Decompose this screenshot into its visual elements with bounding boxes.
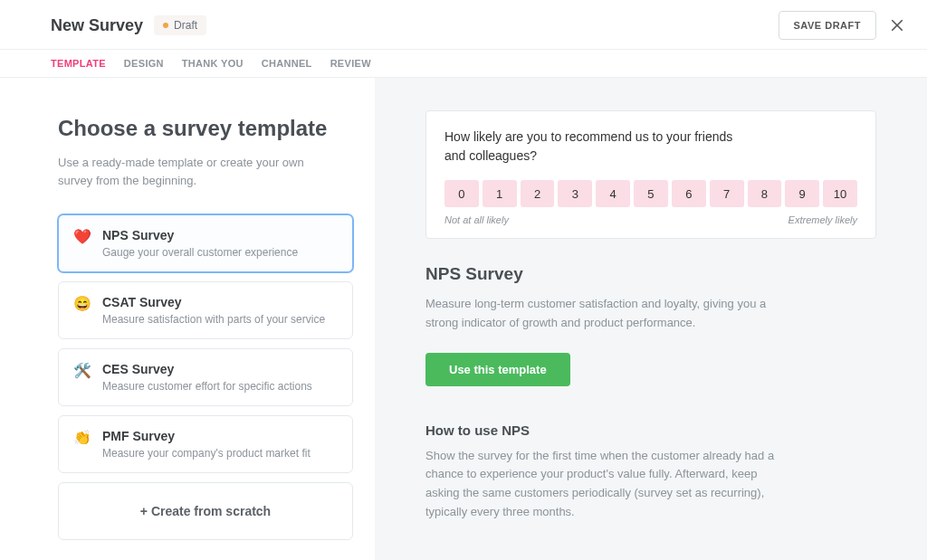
scale-button[interactable]: 10 bbox=[823, 180, 857, 207]
howto-body: Show the survey for the first time when … bbox=[425, 447, 788, 522]
template-card-nps[interactable]: ❤️ NPS Survey Gauge your overall custome… bbox=[58, 214, 353, 272]
page-title: New Survey bbox=[51, 16, 143, 35]
template-desc: Gauge your overall customer experience bbox=[102, 246, 338, 259]
template-desc: Measure your company's product market fi… bbox=[102, 447, 338, 460]
topbar: New Survey Draft SAVE DRAFT bbox=[0, 0, 927, 50]
main: Choose a survey template Use a ready-mad… bbox=[0, 78, 927, 560]
scale-button[interactable]: 2 bbox=[521, 180, 555, 207]
clap-icon: 👏 bbox=[73, 429, 91, 447]
template-body: CES Survey Measure customer effort for s… bbox=[102, 362, 338, 393]
tab-template[interactable]: TEMPLATE bbox=[51, 58, 106, 69]
tab-channel[interactable]: CHANNEL bbox=[262, 58, 312, 69]
scale-button[interactable]: 8 bbox=[748, 180, 782, 207]
scale-button[interactable]: 7 bbox=[710, 180, 744, 207]
close-icon[interactable] bbox=[889, 17, 905, 33]
template-title: CES Survey bbox=[102, 362, 338, 376]
tab-thank-you[interactable]: THANK YOU bbox=[182, 58, 244, 69]
tab-review[interactable]: REVIEW bbox=[330, 58, 371, 69]
right-heading: NPS Survey bbox=[425, 264, 876, 284]
save-draft-button[interactable]: SAVE DRAFT bbox=[779, 11, 876, 40]
scale-row: 0 1 2 3 4 5 6 7 8 9 10 bbox=[444, 180, 857, 207]
template-desc: Measure satisfaction with parts of your … bbox=[102, 313, 338, 326]
create-from-scratch-button[interactable]: + Create from scratch bbox=[58, 482, 353, 540]
template-desc: Measure customer effort for specific act… bbox=[102, 380, 338, 393]
template-body: CSAT Survey Measure satisfaction with pa… bbox=[102, 295, 338, 326]
scale-button[interactable]: 3 bbox=[558, 180, 592, 207]
left-heading: Choose a survey template bbox=[58, 116, 353, 141]
template-body: NPS Survey Gauge your overall customer e… bbox=[102, 228, 338, 259]
scale-high-label: Extremely likely bbox=[788, 214, 857, 225]
left-panel: Choose a survey template Use a ready-mad… bbox=[0, 78, 375, 560]
template-title: NPS Survey bbox=[102, 228, 338, 242]
preview-question: How likely are you to recommend us to yo… bbox=[444, 128, 734, 166]
template-body: PMF Survey Measure your company's produc… bbox=[102, 429, 338, 460]
create-text: + Create from scratch bbox=[140, 504, 271, 518]
scale-button[interactable]: 0 bbox=[444, 180, 479, 207]
survey-preview-card: How likely are you to recommend us to yo… bbox=[425, 110, 876, 239]
scale-button[interactable]: 5 bbox=[634, 180, 668, 207]
scale-labels: Not at all likely Extremely likely bbox=[444, 214, 857, 225]
template-title: CSAT Survey bbox=[102, 295, 338, 309]
right-body: Measure long-term customer satisfaction … bbox=[425, 295, 788, 333]
smile-icon: 😄 bbox=[73, 295, 91, 313]
scale-button[interactable]: 6 bbox=[672, 180, 706, 207]
badge-text: Draft bbox=[174, 19, 197, 32]
scale-low-label: Not at all likely bbox=[444, 214, 509, 225]
template-card-pmf[interactable]: 👏 PMF Survey Measure your company's prod… bbox=[58, 415, 353, 473]
use-template-button[interactable]: Use this template bbox=[425, 353, 570, 386]
tabs: TEMPLATE DESIGN THANK YOU CHANNEL REVIEW bbox=[0, 50, 927, 78]
scale-button[interactable]: 1 bbox=[483, 180, 517, 207]
left-subheading: Use a ready-made template or create your… bbox=[58, 154, 339, 189]
scale-button[interactable]: 4 bbox=[596, 180, 630, 207]
scale-button[interactable]: 9 bbox=[785, 180, 819, 207]
status-badge: Draft bbox=[154, 15, 206, 35]
howto-heading: How to use NPS bbox=[425, 422, 876, 438]
tools-icon: 🛠️ bbox=[73, 362, 91, 380]
topbar-right: SAVE DRAFT bbox=[779, 11, 905, 40]
right-panel: How likely are you to recommend us to yo… bbox=[375, 78, 927, 560]
topbar-left: New Survey Draft bbox=[51, 15, 206, 35]
template-card-csat[interactable]: 😄 CSAT Survey Measure satisfaction with … bbox=[58, 281, 353, 339]
template-title: PMF Survey bbox=[102, 429, 338, 443]
badge-dot-icon bbox=[163, 23, 168, 28]
tab-design[interactable]: DESIGN bbox=[124, 58, 164, 69]
heart-icon: ❤️ bbox=[73, 228, 91, 246]
template-card-ces[interactable]: 🛠️ CES Survey Measure customer effort fo… bbox=[58, 348, 353, 406]
